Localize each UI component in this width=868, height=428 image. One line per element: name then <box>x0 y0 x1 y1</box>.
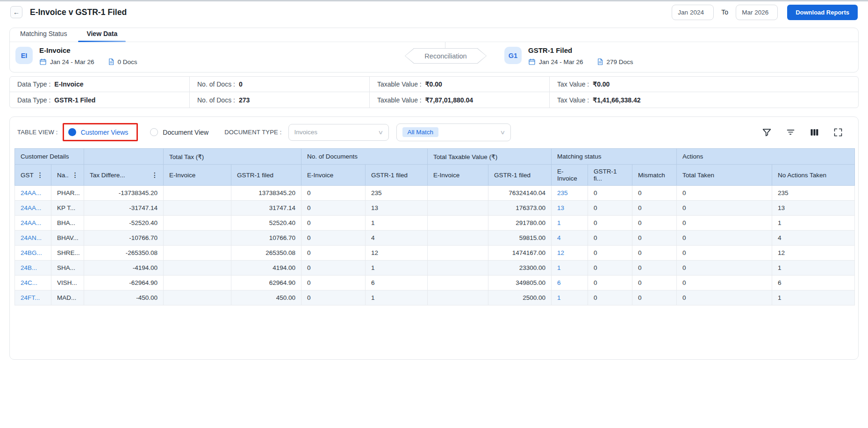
fullscreen-icon[interactable] <box>833 127 843 138</box>
summary-taxable-gstr1: Taxable Value : ₹7,87,01,880.04 <box>370 92 550 108</box>
cell-match-gstr1filed: 0 <box>588 290 632 305</box>
document-icon <box>108 58 115 65</box>
cell-docs-gstr1filed: 235 <box>366 186 428 201</box>
cell-docs-gstr1filed: 12 <box>366 246 428 261</box>
reconciliation-label: Reconciliation <box>405 49 486 63</box>
reconciliation-table: Customer DetailsTotal Tax (₹)No. of Docu… <box>14 148 855 305</box>
cell-tax-difference: -4194.00 <box>84 261 164 276</box>
einvoice-title: E-Invoice <box>39 46 137 54</box>
cell-tax-difference: -13738345.20 <box>84 186 164 201</box>
column-label: E-Invoice <box>433 172 459 179</box>
summary-label: Tax Value : <box>557 96 589 104</box>
tab-view-data[interactable]: View Data <box>86 28 118 42</box>
summary-value: 0 <box>239 80 243 88</box>
cell-docs-einvoice: 0 <box>301 216 366 231</box>
cell-gst[interactable]: 24FT... <box>15 290 51 305</box>
summary-tax-einvoice: Tax Value : ₹0.00 <box>550 77 858 92</box>
cell-no-actions-taken: 1 <box>772 290 855 305</box>
cell-tax-difference: -62964.90 <box>84 276 164 290</box>
tab-matching-status[interactable]: Matching Status <box>19 28 68 42</box>
cell-docs-gstr1filed: 6 <box>366 276 428 290</box>
radio-unselected-icon[interactable] <box>150 128 158 136</box>
source-einvoice: EI E-Invoice Jan 24 - Mar 26 0 Docs <box>15 46 137 65</box>
column-label: GST <box>21 172 34 179</box>
funnel-icon[interactable] <box>761 127 772 138</box>
column-header-tax-difference: Tax Differe...⋮ <box>84 165 164 186</box>
cell-total-tax-einvoice <box>164 246 231 261</box>
column-header-docs-einvoice: E-Invoice <box>301 165 366 186</box>
gstr1-date-range: Jan 24 - Mar 26 <box>539 58 583 65</box>
table-row: 24AA...PHAR...-13738345.2013738345.20023… <box>15 186 855 201</box>
cell-match-einvoice[interactable]: 1 <box>552 290 588 305</box>
cell-docs-einvoice: 0 <box>301 246 366 261</box>
radio-option-document-view[interactable]: Document View <box>150 128 208 136</box>
cell-mismatch: 0 <box>632 186 677 201</box>
table-row: 24AA...KP T...-31747.1431747.14013176373… <box>15 201 855 216</box>
cell-gst[interactable]: 24B... <box>15 261 51 276</box>
radio-option-customer-views[interactable]: Customer Views <box>68 128 129 136</box>
cell-tax-difference: -450.00 <box>84 290 164 305</box>
download-reports-button[interactable]: Download Reports <box>787 5 858 20</box>
cell-docs-einvoice: 0 <box>301 231 366 246</box>
cell-tax-difference: -10766.70 <box>84 231 164 246</box>
kebab-menu-icon[interactable]: ⋮ <box>151 171 158 179</box>
cell-match-einvoice[interactable]: 235 <box>552 186 588 201</box>
cell-match-einvoice[interactable]: 4 <box>552 231 588 246</box>
radio-selected-icon[interactable] <box>68 128 76 136</box>
cell-name: BHAV... <box>51 231 84 246</box>
cell-docs-gstr1filed: 1 <box>366 290 428 305</box>
cell-match-einvoice[interactable]: 1 <box>552 261 588 276</box>
gstr1-doc-count: 279 Docs <box>607 58 633 65</box>
cell-total-taken: 0 <box>677 186 772 201</box>
cell-match-einvoice[interactable]: 13 <box>552 201 588 216</box>
kebab-menu-icon[interactable]: ⋮ <box>72 171 78 179</box>
column-group-header: Customer Details <box>15 149 84 165</box>
cell-total-tax-gstr1filed: 62964.90 <box>231 276 301 290</box>
cell-gst[interactable]: 24BG... <box>15 246 51 261</box>
filter-lines-icon[interactable] <box>785 127 796 138</box>
column-view-icon[interactable] <box>809 127 819 138</box>
cell-total-taken: 0 <box>677 290 772 305</box>
cell-gst[interactable]: 24C... <box>15 276 51 290</box>
cell-match-gstr1filed: 0 <box>588 276 632 290</box>
cell-match-einvoice[interactable]: 1 <box>552 216 588 231</box>
date-from-input[interactable] <box>672 5 714 20</box>
column-label: GSTR-1 filed <box>237 172 273 179</box>
kebab-menu-icon[interactable]: ⋮ <box>37 171 43 179</box>
cell-name: BHA... <box>51 216 84 231</box>
cell-mismatch: 0 <box>632 201 677 216</box>
document-type-value: Invoices <box>294 129 318 136</box>
back-button[interactable]: ← <box>10 6 22 18</box>
column-group-header: Total Tax (₹) <box>164 149 301 165</box>
cell-total-tax-gstr1filed: 13738345.20 <box>231 186 301 201</box>
summary-tax-gstr1: Tax Value : ₹1,41,66,338.42 <box>550 92 858 108</box>
cell-gst[interactable]: 24AA... <box>15 216 51 231</box>
cell-match-gstr1filed: 0 <box>588 186 632 201</box>
column-group-header <box>84 149 164 165</box>
cell-total-tax-einvoice <box>164 261 231 276</box>
calendar-icon <box>528 58 536 65</box>
cell-match-gstr1filed: 0 <box>588 261 632 276</box>
cell-docs-gstr1filed: 1 <box>366 261 428 276</box>
cell-gst[interactable]: 24AA... <box>15 186 51 201</box>
tab-bar: Matching Status View Data <box>10 28 858 42</box>
cell-total-taken: 0 <box>677 246 772 261</box>
cell-docs-gstr1filed: 1 <box>366 216 428 231</box>
cell-taxable-gstr1filed: 2500.00 <box>488 290 552 305</box>
cell-total-tax-gstr1filed: 52520.40 <box>231 216 301 231</box>
cell-match-einvoice[interactable]: 6 <box>552 276 588 290</box>
reconciliation-badge: Reconciliation <box>405 48 487 64</box>
chevron-down-icon: ∨ <box>378 129 383 136</box>
match-filter-select[interactable]: All Match ∨ <box>396 123 511 141</box>
cell-no-actions-taken: 4 <box>772 231 855 246</box>
document-type-select[interactable]: Invoices ∨ <box>288 124 389 141</box>
cell-docs-einvoice: 0 <box>301 290 366 305</box>
table-row: 24C...VISH...-62964.9062964.9006349805.0… <box>15 276 855 290</box>
cell-docs-gstr1filed: 13 <box>366 201 428 216</box>
cell-gst[interactable]: 24AN... <box>15 231 51 246</box>
cell-no-actions-taken: 1 <box>772 261 855 276</box>
column-header-gst: GST⋮ <box>15 165 51 186</box>
cell-gst[interactable]: 24AA... <box>15 201 51 216</box>
date-to-input[interactable] <box>736 5 778 20</box>
cell-match-einvoice[interactable]: 12 <box>552 246 588 261</box>
